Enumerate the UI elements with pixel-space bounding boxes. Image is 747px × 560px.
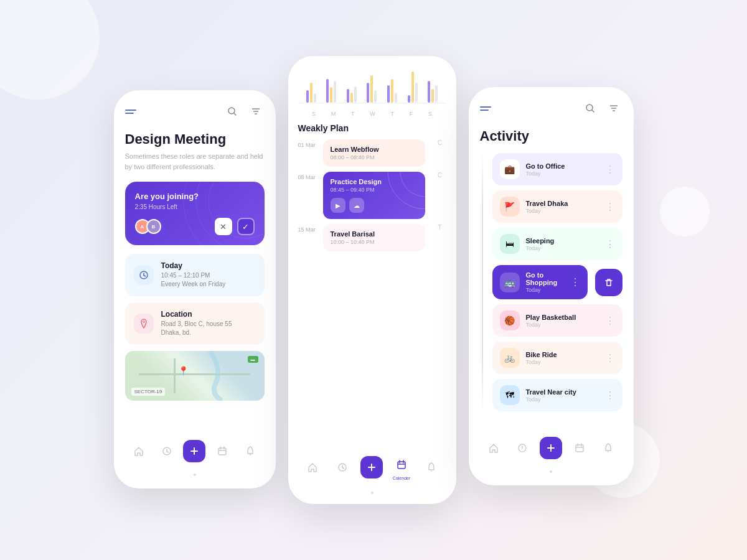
svg-line-14 bbox=[167, 452, 169, 453]
svg-point-24 bbox=[388, 172, 425, 209]
activity-item-0[interactable]: 💼 Go to Office Today ⋮ bbox=[492, 153, 622, 185]
activity-icon-5: 🚲 bbox=[500, 348, 520, 368]
delete-button[interactable] bbox=[595, 269, 622, 296]
nav-right-add[interactable] bbox=[540, 437, 562, 459]
nav-right-calendar[interactable] bbox=[568, 437, 591, 459]
nav-indicator-center bbox=[371, 492, 374, 494]
svg-rect-17 bbox=[218, 448, 226, 455]
location-address2: Dhaka, bd. bbox=[161, 329, 232, 337]
activity-name-3: Go to Shopping bbox=[526, 271, 564, 286]
bar-yellow-6 bbox=[431, 89, 434, 103]
bar-purple-3 bbox=[367, 83, 369, 103]
bar-gray-5 bbox=[415, 83, 418, 103]
bar-gray-2 bbox=[354, 86, 357, 103]
page-title: Design Meeting bbox=[125, 131, 265, 147]
activity-more-3[interactable]: ⋮ bbox=[570, 276, 580, 288]
plan-card-2: Practice Design 08:45 – 09:40 PM ▶ ☁ bbox=[323, 172, 425, 219]
activity-row-3: 🚌 Go to Shopping Today ⋮ bbox=[492, 265, 622, 299]
plan-more-2: C bbox=[431, 172, 446, 179]
nav-right-home[interactable] bbox=[482, 437, 505, 459]
nav-center-clock[interactable] bbox=[331, 456, 354, 478]
activity-item-2[interactable]: 🛏 Sleeping Today ⋮ bbox=[492, 228, 622, 260]
plan-time-1: 08:00 – 08:40 PM bbox=[331, 154, 418, 161]
top-bar-left bbox=[125, 103, 265, 120]
activity-when-1: Today bbox=[526, 208, 599, 214]
activity-more-2[interactable]: ⋮ bbox=[605, 238, 615, 250]
plan-item-2: 08 Mar Practice Design 08:45 – 09:40 PM … bbox=[298, 172, 446, 219]
nav-bell[interactable] bbox=[239, 440, 261, 462]
svg-line-1 bbox=[233, 113, 236, 116]
menu-icon[interactable] bbox=[125, 110, 136, 114]
bar-group-6 bbox=[428, 81, 438, 103]
activity-more-4[interactable]: ⋮ bbox=[605, 315, 615, 327]
activity-more-0[interactable]: ⋮ bbox=[605, 164, 615, 175]
svg-rect-44 bbox=[576, 445, 583, 452]
bar-group-2 bbox=[347, 86, 357, 103]
activity-row-0: 💼 Go to Office Today ⋮ bbox=[492, 153, 622, 185]
activity-item-5[interactable]: 🚲 Bike Ride Today ⋮ bbox=[492, 342, 622, 374]
activity-more-6[interactable]: ⋮ bbox=[605, 390, 615, 401]
activity-name-1: Travel Dhaka bbox=[526, 200, 599, 207]
svg-point-11 bbox=[143, 321, 144, 323]
chart-col-3 bbox=[367, 75, 377, 103]
nav-add[interactable] bbox=[183, 440, 205, 462]
nav-center-home[interactable] bbox=[301, 456, 324, 478]
bar-group-4 bbox=[387, 79, 397, 103]
filter-button-right[interactable] bbox=[605, 100, 622, 117]
nav-indicator-right bbox=[550, 470, 552, 473]
bar-purple-4 bbox=[387, 85, 390, 103]
today-label: Today bbox=[161, 261, 226, 270]
activity-more-5[interactable]: ⋮ bbox=[605, 352, 615, 364]
activity-icon-4: 🏀 bbox=[500, 310, 520, 330]
menu-line-r1 bbox=[480, 106, 491, 108]
chart-col-0 bbox=[306, 83, 316, 103]
chart-col-6 bbox=[428, 81, 438, 103]
top-mini-chart-area: S M T W T F S bbox=[298, 66, 446, 117]
plan-more-3: T bbox=[431, 224, 446, 231]
top-icons-left bbox=[223, 103, 265, 120]
nav-calendar[interactable] bbox=[211, 440, 233, 462]
nav-center-add[interactable] bbox=[360, 456, 383, 478]
nav-center-bell[interactable] bbox=[420, 456, 443, 478]
activity-when-5: Today bbox=[526, 359, 599, 365]
activity-title: Activity bbox=[480, 128, 622, 144]
chart-col-2 bbox=[347, 86, 357, 103]
search-button-right[interactable] bbox=[581, 100, 599, 117]
menu-icon-right[interactable] bbox=[480, 106, 491, 111]
bar-gray-3 bbox=[374, 90, 377, 103]
bar-yellow-0 bbox=[310, 83, 312, 103]
activity-more-1[interactable]: ⋮ bbox=[605, 201, 615, 213]
today-repeat: Eveery Week on Friday bbox=[161, 280, 226, 289]
activity-text-0: Go to Office Today bbox=[526, 162, 599, 177]
day-t2: T bbox=[391, 111, 395, 117]
activity-item-3[interactable]: 🚌 Go to Shopping Today ⋮ bbox=[492, 265, 588, 299]
menu-line-1 bbox=[125, 110, 136, 111]
bar-gray-4 bbox=[395, 93, 397, 103]
bar-yellow-4 bbox=[391, 79, 393, 103]
phone-right: Activity 💼 Go to Office Today bbox=[469, 87, 634, 485]
activity-item-6[interactable]: 🗺 Travel Near city Today ⋮ bbox=[492, 379, 622, 411]
bar-yellow-2 bbox=[350, 93, 353, 103]
timeline-line bbox=[482, 153, 483, 411]
filter-button[interactable] bbox=[247, 103, 265, 120]
bar-gray-1 bbox=[334, 81, 336, 103]
activity-item-1[interactable]: 🚩 Travel Dhaka Today ⋮ bbox=[492, 190, 622, 223]
search-button[interactable] bbox=[223, 103, 241, 120]
bar-purple-0 bbox=[306, 90, 309, 103]
nav-clock[interactable] bbox=[156, 440, 178, 462]
nav-home[interactable] bbox=[128, 440, 150, 462]
chart-col-1 bbox=[326, 79, 336, 103]
svg-point-23 bbox=[400, 172, 425, 197]
activity-item-4[interactable]: 🏀 Play Basketball Today ⋮ bbox=[492, 304, 622, 337]
bar-group-5 bbox=[408, 72, 418, 103]
activity-name-6: Travel Near city bbox=[526, 388, 599, 396]
nav-right-clock[interactable] bbox=[511, 437, 533, 459]
meeting-time-left: 2:35 Hours Left bbox=[135, 203, 255, 210]
map-sector-label: SECTOR-19 bbox=[131, 388, 166, 396]
nav-center-calendar[interactable] bbox=[390, 454, 413, 476]
activity-text-6: Travel Near city Today bbox=[526, 388, 599, 403]
nav-right-bell[interactable] bbox=[597, 437, 619, 459]
bar-purple-1 bbox=[326, 79, 329, 103]
chart-col-5 bbox=[408, 72, 418, 103]
activity-when-0: Today bbox=[526, 170, 599, 177]
